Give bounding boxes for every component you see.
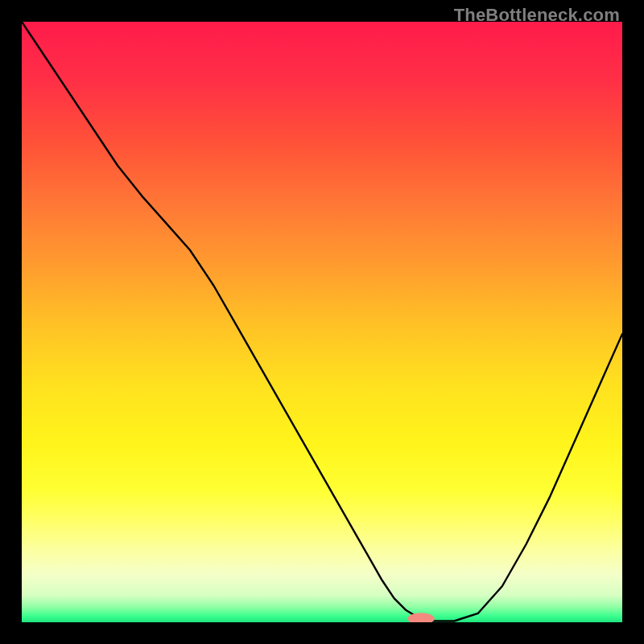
chart-plot-area xyxy=(22,22,622,622)
chart-frame: TheBottleneck.com xyxy=(0,0,644,644)
chart-svg xyxy=(22,22,622,622)
optimal-point-marker xyxy=(408,613,435,622)
